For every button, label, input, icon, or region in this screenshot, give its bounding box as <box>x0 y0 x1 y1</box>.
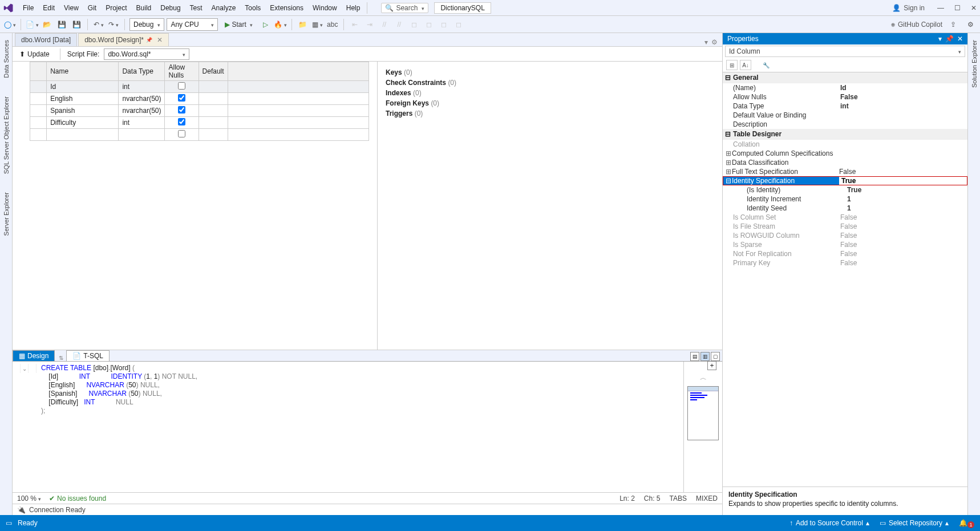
collapse-icon[interactable]: ⊟ <box>725 177 732 185</box>
bookmark4-button[interactable]: ◻ <box>452 18 465 31</box>
view-split-v-button[interactable]: ▥ <box>700 352 710 361</box>
tab-sql-server-object-explorer[interactable]: SQL Server Object Explorer <box>2 93 11 177</box>
prop-name[interactable]: (Name)Id <box>723 83 967 92</box>
tab-server-explorer[interactable]: Server Explorer <box>2 189 11 239</box>
sql-editor[interactable]: ⌄ CREATE TABLE [dbo].[Word] ( [Id] INT I… <box>13 362 683 492</box>
bookmark3-button[interactable]: ◻ <box>438 18 450 31</box>
nulls-checkbox-difficulty[interactable] <box>178 118 185 125</box>
start-nodebug-button[interactable]: ▷ <box>260 18 272 31</box>
prop-identity-seed[interactable]: Identity Seed1 <box>723 204 967 213</box>
search-box[interactable]: 🔍 Search <box>381 3 428 13</box>
menu-debug[interactable]: Debug <box>156 2 185 14</box>
columns-grid[interactable]: Name Data Type Allow Nulls Default Idint… <box>30 62 369 141</box>
menu-extensions[interactable]: Extensions <box>265 2 308 14</box>
minimize-button[interactable]: — <box>937 4 944 12</box>
prop-identity-spec[interactable]: ⊟Identity SpecificationTrue <box>723 176 967 185</box>
bookmark2-button[interactable]: ◻ <box>423 18 435 31</box>
col-header-datatype[interactable]: Data Type <box>119 62 165 81</box>
expand-icon[interactable]: ⊞ <box>725 149 732 157</box>
overview-triggers[interactable]: Triggers (0) <box>386 108 714 119</box>
dropdown-icon[interactable]: ▾ <box>938 35 942 43</box>
signin-link[interactable]: 👤Sign in <box>892 4 925 12</box>
close-button[interactable]: ✕ <box>971 4 977 12</box>
notifications-button[interactable]: 🔔1 <box>959 518 974 528</box>
nav-back-button[interactable]: ◯ <box>3 18 16 31</box>
prop-description[interactable]: Description <box>723 120 967 129</box>
redo-button[interactable]: ↷ <box>107 18 120 31</box>
col-header-default[interactable]: Default <box>199 62 228 81</box>
sql-minimap[interactable]: + ︿ <box>683 362 722 492</box>
overview-keys[interactable]: Keys (0) <box>386 67 714 78</box>
table-row[interactable]: Idint <box>30 81 369 93</box>
doctab-overflow-icon[interactable]: ▾ <box>704 38 708 46</box>
prop-collation[interactable]: Collation <box>723 140 967 149</box>
view-full-button[interactable]: ▢ <box>711 352 720 361</box>
nulls-checkbox-id[interactable] <box>178 82 185 90</box>
doctab-data[interactable]: dbo.Word [Data] <box>15 33 77 46</box>
settings-admin-button[interactable]: ⚙ <box>964 18 977 31</box>
col-header-allownulls[interactable]: Allow Nulls <box>165 62 199 81</box>
platform-dropdown[interactable]: Any CPU <box>167 18 218 31</box>
overview-indexes[interactable]: Indexes (0) <box>386 88 714 98</box>
prop-is-column-set[interactable]: Is Column SetFalse <box>723 213 967 222</box>
prop-default-binding[interactable]: Default Value or Binding <box>723 111 967 120</box>
menu-build[interactable]: Build <box>132 2 156 14</box>
undo-button[interactable]: ↶ <box>92 18 105 31</box>
new-project-button[interactable]: 📄 <box>26 18 38 31</box>
sql-updown-icon[interactable]: ⇅ <box>56 355 66 361</box>
select-repository-button[interactable]: ▭Select Repository▴ <box>880 519 949 527</box>
doctab-settings-icon[interactable]: ⚙ <box>711 38 718 46</box>
issues-status[interactable]: ✔No issues found <box>49 494 106 502</box>
prop-is-sparse[interactable]: Is SparseFalse <box>723 240 967 249</box>
script-file-dropdown[interactable]: dbo.Word.sql* <box>104 48 189 60</box>
expand-icon[interactable]: ⊞ <box>725 168 732 176</box>
table-row[interactable]: Englishnvarchar(50) <box>30 93 369 105</box>
menu-file[interactable]: File <box>18 2 38 14</box>
overview-checks[interactable]: Check Constraints (0) <box>386 78 714 88</box>
properties-subject-dropdown[interactable]: Id Column <box>725 46 965 57</box>
pin-icon[interactable]: 📌 <box>945 35 954 43</box>
categorized-button[interactable]: ⊞ <box>726 60 738 70</box>
overview-fks[interactable]: Foreign Keys (0) <box>386 98 714 108</box>
prop-allow-nulls[interactable]: Allow NullsFalse <box>723 92 967 102</box>
prop-identity-increment[interactable]: Identity Increment1 <box>723 194 967 204</box>
save-button[interactable]: 💾 <box>55 18 68 31</box>
prop-data-classification[interactable]: ⊞Data Classification <box>723 158 967 167</box>
category-table-designer[interactable]: ⊟Table Designer <box>723 129 967 140</box>
update-button[interactable]: ⬆Update <box>16 49 53 59</box>
add-source-control-button[interactable]: ↑Add to Source Control▴ <box>789 519 869 527</box>
menu-git[interactable]: Git <box>83 2 101 14</box>
alphabetical-button[interactable]: A↓ <box>740 60 751 70</box>
table-row[interactable]: Difficultyint <box>30 117 369 129</box>
start-debug-button[interactable]: ▶Start <box>220 20 257 29</box>
layout-button[interactable]: ▦ <box>311 18 324 31</box>
uncomment-button[interactable]: // <box>393 18 406 31</box>
menu-analyze[interactable]: Analyze <box>207 2 241 14</box>
zoom-dropdown[interactable]: 100 % <box>17 494 41 502</box>
table-row-new[interactable] <box>30 129 369 141</box>
hot-reload-button[interactable]: 🔥 <box>274 18 287 31</box>
expand-icon[interactable]: ⊞ <box>725 159 732 167</box>
menu-tools[interactable]: Tools <box>240 2 265 14</box>
prop-primary-key[interactable]: Primary KeyFalse <box>723 258 967 267</box>
solution-name[interactable]: DictionarySQL <box>434 2 491 14</box>
bookmark1-button[interactable]: ◻ <box>408 18 420 31</box>
outdent-button[interactable]: ⇥ <box>363 18 376 31</box>
category-general[interactable]: ⊟General <box>723 72 967 83</box>
view-split-h-button[interactable]: ▤ <box>690 352 699 361</box>
tab-solution-explorer[interactable]: Solution Explorer <box>970 37 979 91</box>
nulls-checkbox-spanish[interactable] <box>178 106 185 114</box>
save-all-button[interactable]: 💾 <box>70 18 83 31</box>
output-icon[interactable]: ▭ <box>6 519 12 527</box>
pin-icon[interactable]: 📌 <box>146 37 152 43</box>
sql-tab-design[interactable]: ▦Design <box>13 350 55 361</box>
menu-view[interactable]: View <box>59 2 83 14</box>
col-header-name[interactable]: Name <box>47 62 119 81</box>
config-dropdown[interactable]: Debug <box>129 18 164 31</box>
prop-data-type[interactable]: Data Typeint <box>723 102 967 111</box>
nulls-checkbox-new[interactable] <box>178 130 185 137</box>
wrench-button[interactable]: 🔧 <box>760 60 772 70</box>
sql-plus-button[interactable]: + <box>707 361 716 370</box>
sql-tab-tsql[interactable]: 📄T-SQL <box>66 350 110 361</box>
abc-button[interactable]: abc <box>326 18 339 31</box>
